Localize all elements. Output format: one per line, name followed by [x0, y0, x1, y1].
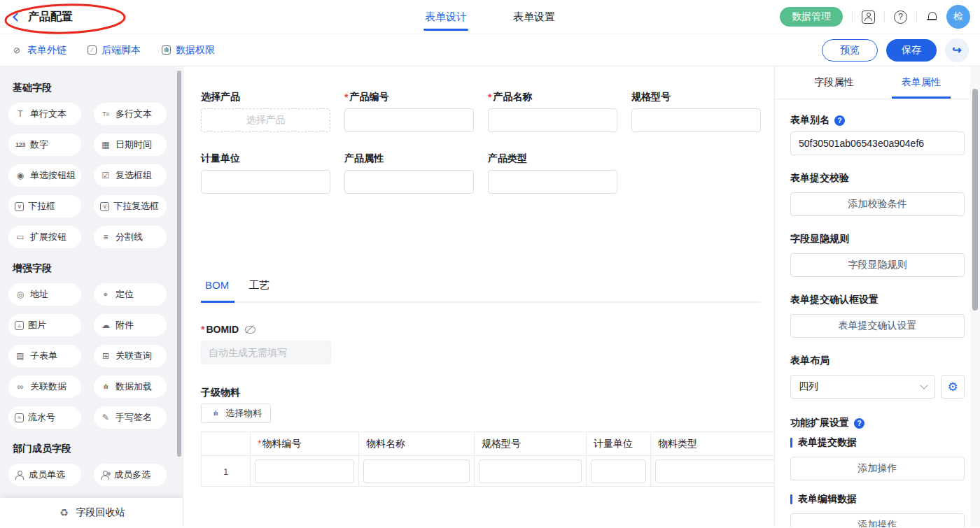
field-type-label: 图片	[28, 319, 46, 331]
layout-select[interactable]: 四列	[790, 375, 935, 399]
field-type-item[interactable]: 123数字	[8, 134, 81, 156]
materials-header-row: *物料编号物料名称规格型号计量单位物料类型	[202, 432, 775, 456]
sidebar-section-grid: 成员单选成员多选	[8, 464, 173, 486]
form-alias-group: 表单别名 ?	[790, 115, 965, 155]
field-type-label: 分割线	[115, 231, 143, 243]
field-type-item[interactable]: ▦日期时间	[94, 134, 167, 156]
field-type-item[interactable]: ılı数据加载	[94, 376, 167, 398]
multi-line-text-icon: T≡	[100, 109, 111, 119]
field-type-item[interactable]: ⌖定位	[94, 283, 167, 306]
field-type-item[interactable]: ≡分割线	[94, 226, 167, 248]
toolbar-link[interactable]: ⊘表单外链	[11, 44, 66, 57]
bomid-field: * BOMID	[201, 324, 331, 364]
submit-data-add-button[interactable]: 添加操作	[790, 457, 965, 480]
materials-cell-input[interactable]	[255, 459, 354, 483]
backend-script-icon: ∕	[88, 45, 97, 55]
required-asterisk: *	[258, 438, 261, 449]
bomid-input[interactable]	[201, 341, 331, 364]
field-type-item[interactable]: ◉单选按钮组	[8, 164, 81, 187]
field-type-item[interactable]: ▵图片	[8, 314, 81, 336]
canvas-field-input[interactable]	[488, 170, 617, 194]
sidebar-scrollbar-thumb[interactable]	[177, 71, 181, 457]
preview-button[interactable]: 预览	[822, 39, 878, 62]
tab-form-settings[interactable]: 表单设置	[513, 0, 555, 34]
tab-field-properties[interactable]: 字段属性	[814, 66, 853, 99]
submit-confirm-button[interactable]: 表单提交确认设置	[790, 314, 965, 338]
product-picker-button[interactable]: 选择产品	[201, 108, 330, 132]
materials-section: 子级物料 ılı 选择物料 *物料编号物料名称规格型号计量单位物料类型1	[201, 387, 760, 487]
canvas-field-input[interactable]	[344, 170, 474, 194]
address-icon: ◎	[15, 290, 26, 299]
materials-cell-input[interactable]	[479, 459, 582, 483]
page-scrollbar-thumb[interactable]	[972, 89, 978, 311]
required-asterisk: *	[344, 92, 348, 103]
field-type-item[interactable]: T≡多行文本	[94, 103, 167, 125]
extension-help-icon[interactable]: ?	[854, 418, 864, 429]
hidden-field-eye-icon[interactable]	[244, 325, 256, 334]
tab-form-design[interactable]: 表单设计	[425, 0, 467, 34]
field-type-item[interactable]: ∞关联数据	[8, 376, 81, 398]
tab-bom[interactable]: BOM	[205, 279, 229, 301]
field-type-item[interactable]: 成员多选	[94, 464, 167, 486]
multi-select-icon: ∨	[100, 202, 109, 211]
form-alias-help-icon[interactable]: ?	[834, 115, 845, 126]
field-type-item[interactable]: ◎地址	[8, 283, 81, 306]
toolbar-link[interactable]: ∕后端脚本	[88, 44, 141, 57]
materials-cell-input[interactable]	[363, 459, 470, 483]
field-type-item[interactable]: ≈流水号	[8, 406, 81, 429]
page-title: 产品配置	[28, 10, 73, 24]
field-type-item[interactable]: ☑复选框组	[94, 164, 167, 187]
materials-header-cell: *物料编号	[251, 432, 359, 456]
edit-data-add-button[interactable]: 添加操作	[790, 513, 965, 527]
field-type-item[interactable]: ∨下拉复选框	[94, 195, 167, 217]
field-type-label: 定位	[115, 288, 134, 301]
field-type-item[interactable]: ⊞关联查询	[94, 345, 167, 367]
materials-cell-input[interactable]	[591, 459, 646, 483]
field-type-item[interactable]: 成员单选	[8, 464, 81, 486]
share-button[interactable]: ↪	[945, 38, 969, 62]
materials-cell-input[interactable]	[655, 459, 774, 483]
canvas-field: 选择产品选择产品	[201, 92, 330, 132]
form-layout-group: 表单布局 四列 ⚙	[790, 355, 965, 399]
tab-form-properties[interactable]: 表单属性	[902, 66, 941, 99]
canvas-field-input[interactable]	[631, 108, 761, 132]
contact-book-icon[interactable]	[862, 10, 875, 24]
properties-panel: 字段属性 表单属性 表单别名 ? 表单提交校验 添加校验条件 字段显隐规则 字段…	[774, 66, 970, 527]
linked-data-icon: ∞	[15, 382, 26, 392]
field-type-item[interactable]: T单行文本	[8, 103, 81, 125]
extension-settings-label: 功能扩展设置	[790, 417, 849, 429]
toolbar-link[interactable]: ılı数据权限	[162, 44, 215, 57]
field-visibility-button[interactable]: 字段显隐规则	[790, 253, 965, 277]
radio-group-icon: ◉	[15, 171, 26, 180]
required-asterisk: *	[488, 92, 491, 103]
canvas-field-input[interactable]	[344, 108, 474, 132]
field-type-item[interactable]: ☁附件	[94, 314, 167, 336]
sidebar-section-grid: ◎地址⌖定位▵图片☁附件▤子表单⊞关联查询∞关联数据ılı数据加载≈流水号✎手写…	[8, 283, 173, 429]
field-type-item[interactable]: ▭扩展按钮	[8, 226, 81, 248]
field-type-item[interactable]: ∨下拉框	[8, 195, 81, 217]
accent-bar	[790, 438, 792, 448]
form-alias-input[interactable]	[790, 131, 965, 155]
canvas-field-input[interactable]	[488, 108, 617, 132]
canvas-field-input[interactable]	[201, 170, 330, 194]
field-type-label: 日期时间	[115, 138, 152, 151]
toolbar-link-label: 表单外链	[27, 44, 66, 57]
form-canvas: 选择产品选择产品*产品编号*产品名称规格型号计量单位产品属性产品类型 BOM 工…	[183, 66, 774, 527]
add-validation-button[interactable]: 添加校验条件	[790, 192, 965, 216]
notification-bell-icon[interactable]	[926, 11, 937, 22]
field-recycle-bin-button[interactable]: ♻ 字段回收站	[0, 498, 183, 527]
data-manage-button[interactable]: 数据管理	[780, 7, 843, 27]
chevron-down-icon	[920, 381, 927, 389]
select-material-button[interactable]: ılı 选择物料	[201, 404, 271, 423]
member-multi-icon	[100, 471, 110, 480]
form-grid: 选择产品选择产品*产品编号*产品名称规格型号计量单位产品属性产品类型	[201, 92, 760, 194]
field-type-item[interactable]: ▤子表单	[8, 345, 81, 367]
save-button[interactable]: 保存	[886, 39, 937, 62]
back-button[interactable]: 产品配置	[14, 10, 73, 24]
field-type-item[interactable]: ✎手写签名	[94, 406, 167, 429]
avatar[interactable]: 检	[946, 5, 970, 29]
tab-process[interactable]: 工艺	[248, 279, 270, 301]
help-icon[interactable]: ?	[894, 10, 907, 24]
layout-gear-button[interactable]: ⚙	[941, 375, 965, 399]
field-type-label: 单行文本	[30, 108, 66, 120]
